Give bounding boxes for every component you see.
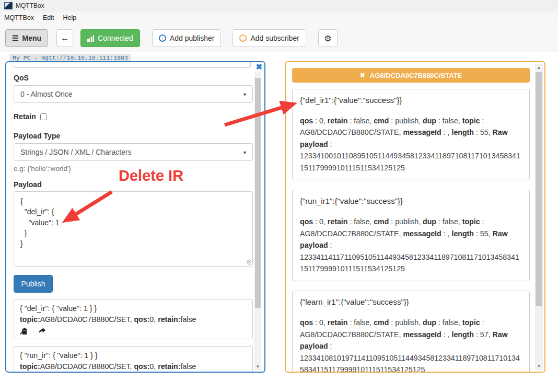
left-arrow-icon: ← <box>61 33 69 43</box>
toolbar: ☰ Menu ← Connected ↑ Add publisher ↓ Add… <box>0 24 558 52</box>
scroll-down-arrow-icon[interactable]: ▼ <box>535 364 543 368</box>
payload-input[interactable]: { "del_ir": { "value": 1 } } <box>14 191 253 267</box>
add-subscriber-button[interactable]: ↓ Add subscriber <box>233 29 306 47</box>
subscriber-scrollbar-thumb[interactable] <box>536 72 542 306</box>
payload-type-select-value: Strings / JSON / XML / Characters <box>20 148 132 156</box>
chevron-down-icon: ▾ <box>243 91 246 97</box>
received-message-card: {"del_ir1":{"value":"success"}} qos : 0,… <box>292 89 530 180</box>
payload-label: Payload <box>14 180 42 189</box>
payload-type-select[interactable]: Strings / JSON / XML / Characters ▾ <box>14 143 253 161</box>
published-message-actions <box>20 327 247 335</box>
title-bar: MQTTBox <box>0 0 558 11</box>
hamburger-icon: ☰ <box>12 34 19 42</box>
received-payload: {"del_ir1":{"value":"success"}} <box>300 96 522 105</box>
publish-button[interactable]: Publish <box>14 275 53 293</box>
subscribed-topic-header[interactable]: ✖ AG8/DCDA0C7B880C/STATE <box>292 68 530 83</box>
received-message-details: qos : 0, retain : false, cmd : publish, … <box>300 216 522 274</box>
circle-arrow-down-icon: ↓ <box>239 34 247 42</box>
menu-item-mqttbox[interactable]: MQTTBox <box>4 13 39 23</box>
window-title: MQTTBox <box>16 2 44 9</box>
publisher-scrollbar[interactable]: ▼ <box>254 72 261 370</box>
scroll-up-arrow-icon[interactable]: ▲ <box>535 65 543 70</box>
tab-strip: My PC - mqtt://10.10.10.111:1883 <box>0 52 558 61</box>
back-button[interactable]: ← <box>56 29 73 47</box>
received-message-details: qos : 0, retain : false, cmd : publish, … <box>300 115 522 174</box>
copy-to-payload-icon[interactable] <box>20 327 28 335</box>
published-meta: topic:AG8/DCDA0C7B880C/SET, qos:0, retai… <box>20 314 247 325</box>
published-message-card: { "del_ir": { "value": 1 } } topic:AG8/D… <box>14 299 253 339</box>
qos-select[interactable]: 0 - Almost Once ▾ <box>14 85 253 103</box>
payload-type-label: Payload Type <box>14 132 60 140</box>
retain-row: Retain <box>14 112 47 121</box>
published-messages-list: { "del_ir": { "value": 1 } } topic:AG8/D… <box>14 299 253 373</box>
qos-label: QoS <box>14 74 29 82</box>
close-publisher-icon[interactable]: ✖ <box>255 62 262 72</box>
chevron-down-icon: ▾ <box>243 149 246 155</box>
qos-select-value: 0 - Almost Once <box>20 90 73 98</box>
retain-label: Retain <box>14 112 36 121</box>
app-icon <box>4 2 13 9</box>
subscriber-scrollbar[interactable]: ▲ ▼ <box>535 64 543 370</box>
menu-button[interactable]: ☰ Menu <box>5 29 48 47</box>
payload-hint: e.g: {'hello':'world'} <box>14 165 71 172</box>
subscribed-topic-label: AG8/DCDA0C7B880C/STATE <box>370 72 462 79</box>
subscriber-panel: ✖ AG8/DCDA0C7B880C/STATE {"del_ir1":{"va… <box>285 61 545 373</box>
received-message-details: qos : 0, retain : false, cmd : publish, … <box>300 317 522 373</box>
menu-item-edit[interactable]: Edit <box>43 13 59 23</box>
connected-button[interactable]: Connected <box>80 29 140 47</box>
received-message-card: {"run_ir1":{"value":"success"}} qos : 0,… <box>292 190 530 281</box>
mqttbox-window: MQTTBox MQTTBox Edit Help ☰ Menu ← Conne… <box>0 0 558 392</box>
menu-bar: MQTTBox Edit Help <box>0 11 558 24</box>
circle-arrow-up-icon: ↑ <box>159 34 166 42</box>
published-meta: topic:AG8/DCDA0C7B880C/SET, qos:0, retai… <box>20 361 247 372</box>
received-message-card: {"learn_ir1":{"value":"success"}} qos : … <box>292 291 530 373</box>
add-publisher-button[interactable]: ↑ Add publisher <box>152 29 222 47</box>
received-payload: {"run_ir1":{"value":"success"}} <box>300 197 522 205</box>
gear-icon: ⚙ <box>324 33 331 43</box>
published-payload: { "run_ir": { "value": 1 } } <box>20 350 247 361</box>
signal-bars-icon <box>87 35 94 42</box>
topic-input-partial[interactable] <box>14 62 251 68</box>
publisher-panel: ✖ QoS 0 - Almost Once ▾ Retain Payload T… <box>5 61 265 373</box>
received-payload: {"learn_ir1":{"value":"success"}} <box>300 297 522 306</box>
menu-item-help[interactable]: Help <box>63 13 82 23</box>
published-message-card: { "run_ir": { "value": 1 } } topic:AG8/D… <box>14 346 253 373</box>
settings-button[interactable]: ⚙ <box>318 29 338 47</box>
scroll-down-arrow-icon[interactable]: ▼ <box>254 364 261 369</box>
retain-checkbox[interactable] <box>40 113 47 120</box>
publisher-scrollbar-thumb[interactable] <box>255 78 261 308</box>
received-messages-list: {"del_ir1":{"value":"success"}} qos : 0,… <box>292 89 530 373</box>
republish-icon[interactable] <box>38 327 46 335</box>
close-icon[interactable]: ✖ <box>360 72 365 79</box>
published-payload: { "del_ir": { "value": 1 } } <box>20 303 247 314</box>
